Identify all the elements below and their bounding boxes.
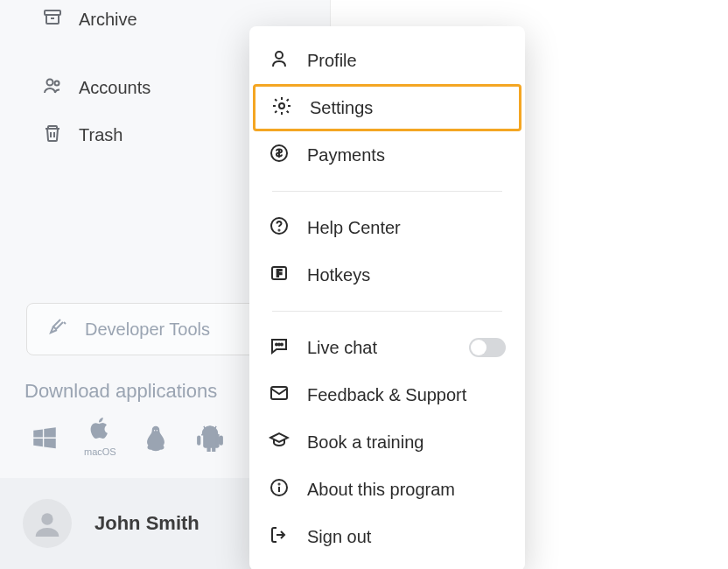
sidebar-item-label: Accounts — [79, 78, 150, 98]
menu-item-label: Profile — [307, 51, 357, 71]
menu-item-label: Payments — [307, 145, 385, 165]
developer-tools-label: Developer Tools — [85, 320, 210, 340]
menu-item-label: Settings — [310, 98, 373, 118]
svg-point-12 — [278, 343, 280, 345]
payments-icon — [269, 143, 290, 168]
svg-point-13 — [281, 343, 283, 345]
sign-out-icon — [269, 524, 290, 550]
download-platforms: macOS i — [30, 415, 254, 457]
training-icon — [269, 430, 290, 455]
archive-icon — [42, 7, 63, 32]
menu-item-about[interactable]: About this program — [249, 466, 525, 513]
android-icon — [195, 424, 225, 457]
help-icon — [269, 215, 290, 241]
windows-icon — [30, 424, 60, 457]
download-heading: Download applications — [24, 380, 217, 403]
menu-item-feedback[interactable]: Feedback & Support — [249, 371, 525, 418]
svg-point-5 — [279, 103, 284, 109]
menu-item-book-training[interactable]: Book a training — [249, 418, 525, 466]
sidebar-item-label: Trash — [79, 125, 122, 145]
feedback-icon — [269, 383, 290, 408]
settings-icon — [271, 95, 292, 121]
sidebar-item-label: Archive — [79, 10, 137, 30]
menu-item-label: Sign out — [307, 527, 371, 547]
devtools-icon — [48, 317, 69, 341]
menu-item-live-chat[interactable]: Live chat — [249, 324, 525, 371]
platform-label: macOS — [84, 446, 116, 457]
svg-point-3 — [41, 513, 52, 524]
menu-item-sign-out[interactable]: Sign out — [249, 513, 525, 560]
svg-point-16 — [279, 483, 280, 484]
accounts-icon — [42, 75, 63, 101]
trash-icon — [42, 123, 63, 148]
svg-rect-0 — [45, 11, 60, 15]
menu-item-hotkeys[interactable]: F Hotkeys — [249, 251, 525, 299]
profile-icon — [269, 48, 290, 74]
user-name: John Smith — [94, 512, 200, 535]
svg-point-1 — [47, 79, 53, 85]
svg-point-4 — [276, 52, 283, 59]
menu-item-payments[interactable]: Payments — [249, 131, 525, 179]
download-android[interactable] — [195, 424, 225, 457]
hotkeys-icon: F — [269, 263, 290, 288]
linux-icon — [141, 424, 171, 457]
svg-point-11 — [276, 343, 277, 345]
menu-item-profile[interactable]: Profile — [249, 37, 525, 84]
menu-item-settings[interactable]: Settings — [253, 84, 522, 131]
svg-point-8 — [279, 229, 280, 230]
menu-separator — [272, 311, 502, 312]
avatar — [23, 499, 72, 548]
menu-item-label: Help Center — [307, 218, 401, 238]
info-icon — [269, 477, 290, 502]
apple-icon — [87, 415, 113, 445]
chat-icon — [269, 335, 290, 361]
menu-item-label: Live chat — [307, 338, 377, 358]
user-menu: Profile Settings Payments Help Center F … — [249, 26, 525, 569]
svg-text:F: F — [276, 269, 282, 278]
menu-item-label: Hotkeys — [307, 265, 370, 285]
menu-item-help-center[interactable]: Help Center — [249, 204, 525, 251]
menu-item-label: Feedback & Support — [307, 385, 466, 405]
download-linux[interactable] — [141, 424, 171, 457]
svg-point-2 — [55, 81, 60, 85]
menu-item-label: About this program — [307, 480, 455, 500]
download-macos[interactable]: macOS — [84, 415, 116, 457]
menu-item-label: Book a training — [307, 432, 424, 453]
download-windows[interactable] — [30, 424, 60, 457]
menu-separator — [272, 191, 502, 192]
live-chat-toggle[interactable] — [469, 338, 506, 357]
